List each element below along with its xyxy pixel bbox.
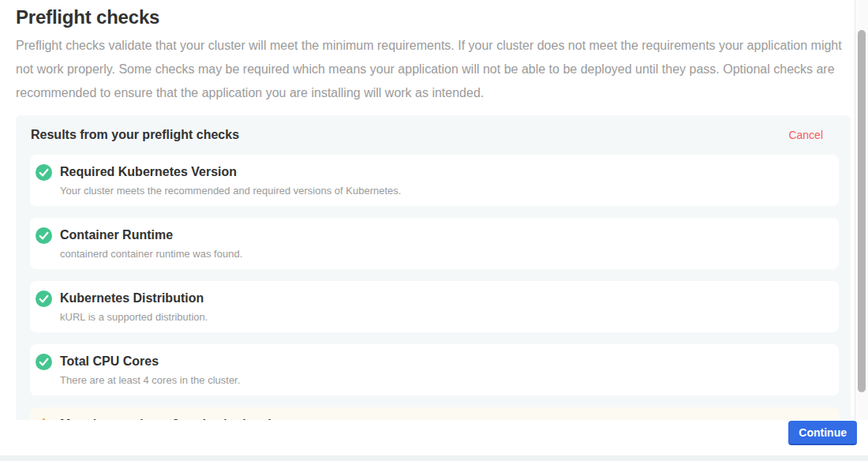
footer-bar: Continue: [0, 420, 868, 455]
page-description: Preflight checks validate that your clus…: [16, 34, 843, 105]
page-title: Preflight checks: [16, 6, 854, 28]
bottom-strip: [0, 455, 868, 461]
success-check-icon: [36, 290, 52, 307]
check-card: Required Kubernetes Version Your cluster…: [30, 155, 839, 206]
check-text: Container Runtime containerd container r…: [60, 227, 242, 260]
scroll-content: Preflight checks Preflight checks valida…: [0, 0, 854, 420]
panel-heading: Results from your preflight checks: [31, 128, 239, 142]
check-message: containerd container runtime was found.: [60, 248, 242, 260]
success-check-icon: [36, 227, 52, 244]
check-text: Kubernetes Distribution kURL is a suppor…: [60, 290, 208, 324]
panel-header: Results from your preflight checks Cance…: [30, 128, 839, 142]
check-title: Kubernetes Distribution: [60, 290, 208, 306]
preflight-results-panel: Results from your preflight checks Cance…: [16, 115, 851, 420]
check-title: Total CPU Cores: [60, 353, 240, 369]
check-title: Required Kubernetes Version: [60, 163, 401, 180]
scrollbar-thumb[interactable]: [858, 30, 866, 392]
scrollbar-track[interactable]: [855, 0, 868, 420]
check-card: Must have at least 3 nodes in the cluste…: [30, 407, 839, 420]
success-check-icon: [36, 354, 52, 370]
check-text: Required Kubernetes Version Your cluster…: [60, 163, 401, 197]
check-list: Required Kubernetes Version Your cluster…: [30, 155, 839, 420]
check-text: Total CPU Cores There are at least 4 cor…: [60, 353, 240, 387]
check-message: Your cluster meets the recommended and r…: [60, 185, 401, 197]
continue-button[interactable]: Continue: [788, 421, 857, 445]
check-message: There are at least 4 cores in the cluste…: [60, 374, 240, 387]
check-title: Container Runtime: [60, 227, 242, 243]
preflight-page: Preflight checks Preflight checks valida…: [0, 0, 868, 461]
check-card: Total CPU Cores There are at least 4 cor…: [30, 344, 839, 395]
cancel-link[interactable]: Cancel: [788, 129, 823, 141]
check-card: Kubernetes Distribution kURL is a suppor…: [30, 281, 839, 332]
check-card: Container Runtime containerd container r…: [30, 218, 839, 269]
check-message: kURL is a supported distribution.: [60, 311, 208, 324]
success-check-icon: [36, 164, 52, 181]
